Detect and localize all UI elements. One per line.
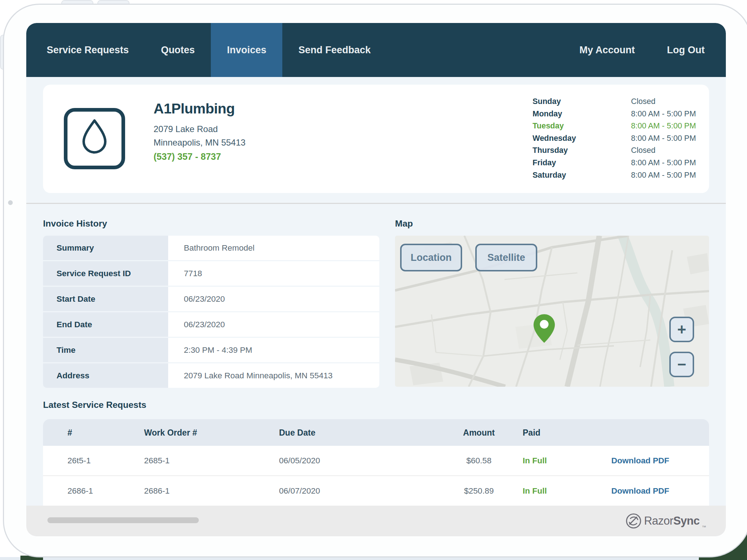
brand-trademark: ™ <box>702 525 706 530</box>
hours-time: Closed <box>631 96 696 108</box>
row-value: 2:30 PM - 4:39 PM <box>168 338 379 362</box>
table-header-row: # Work Order # Due Date Amount Paid <box>43 419 709 446</box>
cell-due-date: 06/05/2020 <box>279 456 320 466</box>
cell-amount: $250.89 <box>441 486 517 496</box>
table-row: End Date 06/23/2020 <box>43 312 379 337</box>
row-label: Service Request ID <box>43 261 168 286</box>
hours-time-today: 8:00 AM - 5:00 PM <box>631 120 696 132</box>
page: Service Requests Quotes Invoices Send Fe… <box>0 0 747 560</box>
camera-dot <box>8 200 13 205</box>
nav-tab-service-requests[interactable]: Service Requests <box>31 23 145 77</box>
table-row: Summary Bathroom Remodel <box>43 236 379 260</box>
business-address-line1: 2079 Lake Road <box>154 124 218 134</box>
screen: Service Requests Quotes Invoices Send Fe… <box>26 23 726 536</box>
row-value: Bathroom Remodel <box>168 236 379 260</box>
column-header-due-date: Due Date <box>279 428 316 437</box>
minus-icon: − <box>677 357 686 372</box>
map-satellite-button[interactable]: Satellite <box>475 244 537 271</box>
map-zoom-in-button[interactable]: + <box>669 317 694 342</box>
paid-status-badge: In Full <box>523 486 547 496</box>
table-row: Address 2079 Lake Road Minneapolis, MN 5… <box>43 363 379 388</box>
row-value: 7718 <box>168 261 379 286</box>
map-heading: Map <box>395 219 413 229</box>
razorsync-logo-icon <box>625 513 642 529</box>
map-zoom-out-button[interactable]: − <box>669 352 694 377</box>
cell-work-order: 2685-1 <box>144 456 170 466</box>
column-header-amount: Amount <box>441 428 517 437</box>
hours-day: Thursday <box>533 144 631 157</box>
hours-time: 8:00 AM - 5:00 PM <box>631 132 696 145</box>
water-drop-icon <box>77 117 112 160</box>
invoice-history-heading: Invoice History <box>43 219 107 229</box>
nav-tab-log-out[interactable]: Log Out <box>651 23 721 77</box>
map-widget[interactable]: Location Satellite + − <box>395 236 709 387</box>
paid-status-badge: In Full <box>523 456 547 466</box>
plus-icon: + <box>677 322 686 337</box>
map-pin-icon <box>533 313 556 344</box>
cell-number: 2686-1 <box>67 486 93 496</box>
column-header-work-order: Work Order # <box>144 428 197 437</box>
tablet-bottom-edge <box>0 557 709 560</box>
business-hours: Sunday Closed Monday 8:00 AM - 5:00 PM T… <box>533 96 696 181</box>
cell-work-order: 2686-1 <box>144 486 170 496</box>
razorsync-brand: RazorSync ™ <box>625 506 706 536</box>
nav-tab-invoices[interactable]: Invoices <box>211 23 282 77</box>
business-address-line2: Minneapolis, MN 55413 <box>154 138 245 148</box>
top-navbar: Service Requests Quotes Invoices Send Fe… <box>26 23 726 77</box>
hours-day-today: Tuesday <box>533 120 631 132</box>
download-pdf-link[interactable]: Download PDF <box>611 486 669 496</box>
row-value: 06/23/2020 <box>168 287 379 311</box>
row-label: Address <box>43 363 168 388</box>
hours-time: 8:00 AM - 5:00 PM <box>631 169 696 182</box>
nav-tab-my-account[interactable]: My Account <box>564 23 651 77</box>
row-label: End Date <box>43 312 168 337</box>
hours-time: Closed <box>631 144 696 157</box>
hours-day: Saturday <box>533 169 631 182</box>
hours-day: Wednesday <box>533 132 631 145</box>
download-pdf-link[interactable]: Download PDF <box>611 456 669 466</box>
hours-day: Monday <box>533 108 631 120</box>
table-row: Start Date 06/23/2020 <box>43 287 379 311</box>
invoice-history-table: Summary Bathroom Remodel Service Request… <box>43 236 379 389</box>
row-label: Summary <box>43 236 168 260</box>
footer-bar: RazorSync ™ <box>26 506 726 536</box>
table-row: Service Request ID 7718 <box>43 261 379 286</box>
table-row: Time 2:30 PM - 4:39 PM <box>43 338 379 362</box>
latest-service-requests-table: # Work Order # Due Date Amount Paid 26t5… <box>43 419 709 506</box>
brand-text: RazorSync <box>644 514 700 528</box>
row-value: 06/23/2020 <box>168 312 379 337</box>
map-location-button[interactable]: Location <box>400 244 462 271</box>
cell-due-date: 06/07/2020 <box>279 486 320 496</box>
section-divider <box>26 203 726 204</box>
column-header-paid: Paid <box>523 428 541 437</box>
row-label: Start Date <box>43 287 168 311</box>
business-card: A1Plumbing 2079 Lake Road Minneapolis, M… <box>43 85 709 193</box>
business-logo <box>64 108 125 169</box>
table-row: 26t5-1 2685-1 06/05/2020 $60.58 In Full … <box>43 446 709 475</box>
row-value: 2079 Lake Road Minneapolis, MN 55413 <box>168 363 379 388</box>
business-phone[interactable]: (537) 357 - 8737 <box>154 151 221 162</box>
cell-number: 26t5-1 <box>67 456 91 466</box>
hours-day: Sunday <box>533 96 631 108</box>
hours-time: 8:00 AM - 5:00 PM <box>631 157 696 169</box>
column-header-number: # <box>67 428 72 437</box>
latest-service-requests-heading: Latest Service Requests <box>43 400 146 410</box>
nav-tab-send-feedback[interactable]: Send Feedback <box>282 23 387 77</box>
nav-tab-quotes[interactable]: Quotes <box>145 23 211 77</box>
hours-time: 8:00 AM - 5:00 PM <box>631 108 696 120</box>
business-name: A1Plumbing <box>154 101 235 117</box>
row-label: Time <box>43 338 168 362</box>
horizontal-scrollbar[interactable] <box>47 517 199 523</box>
cell-amount: $60.58 <box>441 456 517 466</box>
hours-day: Friday <box>533 157 631 169</box>
table-row: 2686-1 2686-1 06/07/2020 $250.89 In Full… <box>43 475 709 506</box>
